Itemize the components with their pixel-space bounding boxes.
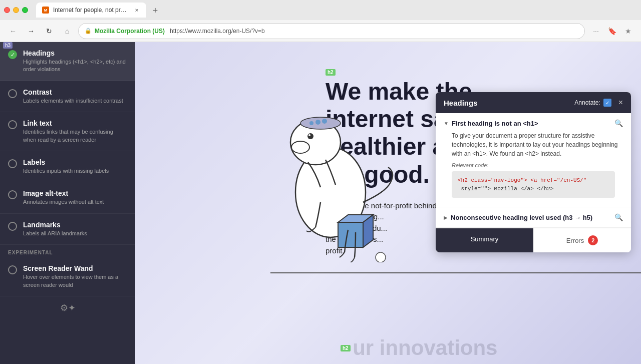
annotate-label: Annotate: (574, 99, 600, 106)
issue-first-heading-header[interactable]: ▼ First heading is not an <h1> 🔍 (444, 119, 623, 127)
minimize-window-button[interactable] (13, 7, 19, 13)
issue-nonconsecutive-header[interactable]: ▶ Nonconsecutive heading level used (h3 … (444, 213, 623, 221)
security-lock-icon: 🔒 (85, 28, 92, 34)
issue-search-button[interactable]: 🔍 (614, 119, 623, 127)
svg-point-2 (291, 141, 309, 153)
svg-point-5 (300, 117, 341, 129)
errors-tab[interactable]: Errors 2 (533, 228, 631, 252)
issue-nonconsecutive-title-row: ▶ Nonconsecutive heading level used (h3 … (444, 214, 592, 221)
issue-first-heading: ▼ First heading is not an <h1> 🔍 To give… (436, 113, 631, 207)
maximize-window-button[interactable] (22, 7, 28, 13)
svg-point-7 (322, 119, 327, 124)
back-button[interactable]: ← (6, 24, 20, 38)
dinosaur-illustration (270, 82, 421, 272)
title-bar: M Internet for people, not profit — ✕ + (0, 0, 641, 20)
headings-desc: Highlights headings (<h1>, <h2>, etc) an… (23, 58, 127, 74)
tab-close-button[interactable]: ✕ (133, 7, 140, 14)
summary-tab[interactable]: Summary (436, 228, 533, 252)
issue-expand-icon: ▼ (444, 121, 449, 126)
relevant-code-label: Relevant code: (444, 162, 623, 168)
headings-radio[interactable] (8, 50, 17, 59)
code-block: <h2 class="nav-logo"> <a href="/en-US/" … (452, 171, 615, 198)
sidebar-item-screen-reader-wand[interactable]: Screen Reader Wand Hover over elements t… (0, 257, 135, 296)
home-button[interactable]: ⌂ (60, 24, 74, 38)
labels-content: Labels Identifies inputs with missing la… (23, 158, 127, 175)
sidebar-item-landmarks[interactable]: Landmarks Labels all ARIA landmarks (0, 214, 135, 245)
bottom-h2-area: h2 ur innovations (341, 336, 497, 360)
page-content: Headings Highlights headings (<h1>, <h2>… (0, 42, 641, 364)
image-alt-content: Image alt-text Annotates images without … (23, 189, 127, 206)
contrast-desc: Labels elements with insufficient contra… (23, 97, 127, 105)
bottom-heading-text: ur innovations (353, 336, 497, 359)
popup-footer: Summary Errors 2 (436, 228, 631, 252)
svg-point-6 (315, 120, 320, 125)
link-text-content: Link text Identifies links that may be c… (23, 119, 127, 144)
landmarks-radio[interactable] (8, 222, 17, 231)
sidebar-item-link-text[interactable]: Link text Identifies links that may be c… (0, 112, 135, 151)
dino-svg (270, 82, 411, 262)
nav-bar: ← → ↻ ⌂ 🔒 Mozilla Corporation (US) https… (0, 20, 641, 42)
popup-header: Headings Annotate: ✓ × (436, 92, 631, 113)
sidebar-item-contrast[interactable]: Contrast Labels elements with insufficie… (0, 81, 135, 112)
refresh-button[interactable]: ↻ (42, 24, 56, 38)
sidebar-item-headings[interactable]: Headings Highlights headings (<h1>, <h2>… (0, 42, 135, 81)
headings-label: Headings (23, 49, 127, 57)
h2-badge: h2 (326, 67, 556, 78)
errors-tab-label: Errors (566, 237, 584, 244)
link-text-label: Link text (23, 119, 127, 127)
experimental-section-label: EXPERIMENTAL (0, 245, 135, 257)
image-alt-radio[interactable] (8, 190, 17, 199)
contrast-radio[interactable] (8, 89, 17, 98)
contrast-content: Contrast Labels elements with insufficie… (23, 88, 127, 105)
more-options-button[interactable]: ··· (589, 24, 603, 38)
link-text-desc: Identifies links that may be confusing w… (23, 128, 127, 144)
sidebar-item-labels[interactable]: Labels Identifies inputs with missing la… (0, 151, 135, 182)
browser-window: M Internet for people, not profit — ✕ + … (0, 0, 641, 364)
tab-title: Internet for people, not profit — (53, 7, 129, 14)
svg-point-3 (307, 133, 313, 139)
screen-reader-wand-desc: Hover over elements to view them as a sc… (23, 273, 127, 289)
labels-desc: Identifies inputs with missing labels (23, 167, 127, 175)
svg-point-10 (376, 252, 386, 262)
h3-badge: h3 (3, 42, 13, 49)
new-tab-button[interactable]: + (148, 4, 162, 18)
accessibility-sidebar: Headings Highlights headings (<h1>, <h2>… (0, 42, 135, 364)
svg-rect-9 (338, 222, 363, 247)
popup-close-button[interactable]: × (618, 98, 623, 107)
screen-reader-wand-content: Screen Reader Wand Hover over elements t… (23, 264, 127, 289)
address-bar[interactable]: 🔒 Mozilla Corporation (US) https://www.m… (78, 23, 585, 39)
landmarks-content: Landmarks Labels all ARIA landmarks (23, 221, 127, 237)
sidebar-footer: ⚙✦ (0, 296, 135, 319)
content-divider (270, 272, 641, 273)
labels-radio[interactable] (8, 159, 17, 168)
close-window-button[interactable] (4, 7, 10, 13)
issue-search-button-2[interactable]: 🔍 (614, 213, 623, 221)
tab-favicon-icon: M (42, 7, 49, 14)
link-text-radio[interactable] (8, 120, 17, 129)
sidebar-item-image-alt[interactable]: Image alt-text Annotates images without … (0, 182, 135, 213)
tab-bar: M Internet for people, not profit — ✕ + (32, 3, 637, 18)
issue-first-heading-desc: To give your document a proper structure… (444, 131, 623, 158)
nav-actions: ··· 🔖 ★ (589, 24, 635, 38)
popup-title: Headings (444, 99, 478, 107)
bookmark-button[interactable]: 🔖 (605, 24, 619, 38)
landmarks-desc: Labels all ARIA landmarks (23, 230, 127, 237)
svg-point-4 (308, 134, 310, 136)
forward-button[interactable]: → (24, 24, 38, 38)
landmarks-label: Landmarks (23, 221, 127, 229)
headings-content: Headings Highlights headings (<h1>, <h2>… (23, 49, 127, 74)
sidebar-footer-icon: ⚙✦ (60, 302, 76, 313)
star-button[interactable]: ★ (621, 24, 635, 38)
labels-label: Labels (23, 158, 127, 166)
site-name-label: Mozilla Corporation (US) (95, 28, 165, 35)
issue-first-heading-title: First heading is not an <h1> (452, 120, 538, 127)
screen-reader-wand-radio[interactable] (8, 265, 17, 274)
active-tab[interactable]: M Internet for people, not profit — ✕ (36, 3, 146, 18)
url-display: https://www.mozilla.org/en-US/?v=b (170, 28, 265, 35)
traffic-lights (4, 7, 28, 13)
web-content-area: h2 We make the internet safer, healthier… (135, 42, 641, 364)
issue-expand-icon-2: ▶ (444, 215, 448, 220)
issue-nonconsecutive-title: Nonconsecutive heading level used (h3 → … (451, 214, 592, 221)
screen-reader-wand-label: Screen Reader Wand (23, 264, 127, 272)
annotate-checkbox[interactable]: ✓ (603, 99, 611, 107)
